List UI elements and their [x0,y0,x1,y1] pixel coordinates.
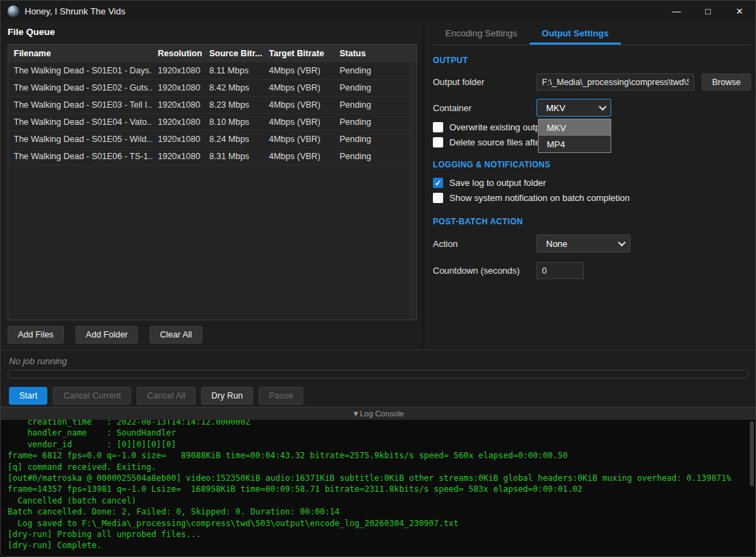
job-status-text: No job running [9,356,67,366]
output-folder-label: Output folder [433,77,536,87]
log-line: Log saved to F:\_Media\_processing\compr… [8,518,755,529]
status-cell: Pending [334,134,410,144]
log-line: vendor_id : [0][0][0][0] [8,439,755,450]
delete-source-label: Delete source files after [449,137,538,147]
file-queue-buttons: Add Files Add Folder Clear All [8,326,202,344]
log-line: Batch cancelled. Done: 2, Failed: 0, Ski… [8,506,755,517]
resolution-cell: 1920x1080 [152,100,204,110]
output-folder-input[interactable] [536,73,694,91]
cancel-current-button[interactable]: Cancel Current [53,387,131,405]
source-bitrate-cell: 8.23 Mbps [204,100,263,110]
log-lines: creation_time : 2022-08-13T14:14:12.0000… [1,420,755,552]
notify-label: Show system notification on batch comple… [449,193,630,203]
action-row: Action None [433,235,751,252]
clear-all-button[interactable]: Clear All [150,326,202,344]
table-row[interactable]: The Walking Dead - S01E04 - Vato...1920x… [8,114,416,131]
filename-cell: The Walking Dead - S01E06 - TS-1... [8,152,152,161]
overwrite-existing-checkbox[interactable] [433,122,443,132]
notify-checkbox[interactable] [433,193,443,203]
log-line: [out#0/matroska @ 0000025504a8eb00] vide… [8,473,755,484]
window-title: Honey, I Shrunk The Vids [25,6,126,16]
resolution-cell: 1920x1080 [152,152,204,161]
file-queue-scrollbar[interactable] [410,62,416,320]
log-line: [q] command received. Exiting. [8,462,755,473]
action-label: Action [433,239,536,249]
control-buttons: Start Cancel Current Cancel All Dry Run … [9,387,303,405]
tab-encoding-settings[interactable]: Encoding Settings [433,23,530,45]
source-bitrate-cell: 8.31 Mbps [204,152,263,161]
save-log-checkbox[interactable]: ✓ [433,178,443,188]
table-row[interactable]: The Walking Dead - S01E01 - Days...1920x… [8,62,416,80]
minimize-button[interactable]: — [661,1,692,21]
action-select-value: None [546,239,613,249]
log-console-header-label: Log Console [359,410,404,418]
countdown-input[interactable] [536,262,584,279]
log-console-scrollbar[interactable] [750,421,754,486]
settings-tabstrip: Encoding Settings Output Settings [433,21,751,45]
column-header[interactable]: Filename [8,49,152,58]
log-console[interactable]: creation_time : 2022-08-13T14:14:12.0000… [1,420,755,557]
status-cell: Pending [334,66,410,75]
log-line: [dry-run] Complete. [8,540,755,551]
container-select[interactable]: MKV [536,99,611,117]
pause-button[interactable]: Pause [259,387,303,405]
progress-bar [8,370,748,379]
notify-row: Show system notification on batch comple… [433,193,751,203]
panel-splitter[interactable] [422,23,425,348]
countdown-row: Countdown (seconds) [433,262,751,279]
column-header[interactable]: Status [334,49,410,58]
app-window: Honey, I Shrunk The Vids — □ ✕ File Queu… [0,0,756,557]
source-bitrate-cell: 8.24 Mbps [204,134,263,144]
status-area: No job running Start Cancel Current Canc… [1,350,755,407]
window-controls: — □ ✕ [661,1,755,21]
chevron-down-icon [599,103,606,110]
filename-cell: The Walking Dead - S01E01 - Days... [8,66,152,75]
file-queue-title: File Queue [8,27,55,37]
table-row[interactable]: The Walking Dead - S01E06 - TS-1...1920x… [8,148,416,165]
source-bitrate-cell: 8.11 Mbps [204,66,263,75]
column-header[interactable]: Resolution [152,49,204,58]
filename-cell: The Walking Dead - S01E04 - Vato... [8,117,152,127]
target-bitrate-cell: 4Mbps (VBR) [263,134,334,144]
title-bar: Honey, I Shrunk The Vids — □ ✕ [1,1,755,21]
save-log-label: Save log to output folder [449,178,546,188]
log-line: handler_name : SoundHandler [8,427,755,438]
logging-section-header: LOGGING & NOTIFICATIONS [433,160,751,169]
table-row[interactable]: The Walking Dead - S01E03 - Tell I...192… [8,97,416,114]
target-bitrate-cell: 4Mbps (VBR) [263,66,334,75]
filename-cell: The Walking Dead - S01E03 - Tell I... [8,100,152,110]
filename-cell: The Walking Dead - S01E02 - Guts... [8,83,152,93]
source-bitrate-cell: 8.42 Mbps [204,83,263,93]
log-line: frame=14357 fps=13981 q=-1.0 Lsize= 1689… [8,484,755,495]
log-console-toggle[interactable]: ▼ Log Console [1,407,755,420]
target-bitrate-cell: 4Mbps (VBR) [263,152,334,161]
add-files-button[interactable]: Add Files [8,326,64,344]
tab-output-settings[interactable]: Output Settings [530,23,622,45]
delete-source-checkbox[interactable] [433,137,443,147]
container-row: Container MKV MKVMP4 [433,99,751,117]
cancel-all-button[interactable]: Cancel All [137,387,196,405]
status-cell: Pending [334,83,410,93]
resolution-cell: 1920x1080 [152,134,204,144]
column-header[interactable]: Target Bitrate [263,49,334,58]
dropdown-option-mp4[interactable]: MP4 [539,136,611,152]
column-header[interactable]: Source Bitr... [204,49,263,58]
status-cell: Pending [334,152,410,161]
close-button[interactable]: ✕ [724,1,755,21]
start-button[interactable]: Start [9,387,47,405]
collapse-icon: ▼ [352,410,359,418]
countdown-label: Countdown (seconds) [433,265,536,276]
filename-cell: The Walking Dead - S01E05 - Wild... [8,134,152,144]
log-line: [dry-run] Probing all unprobed files... [8,529,755,540]
maximize-button[interactable]: □ [692,1,724,21]
resolution-cell: 1920x1080 [152,83,204,93]
add-folder-button[interactable]: Add Folder [75,326,138,344]
table-row[interactable]: The Walking Dead - S01E05 - Wild...1920x… [8,131,416,148]
overwrite-existing-label: Overwrite existing outpu [449,122,538,132]
dropdown-option-mkv[interactable]: MKV [539,119,611,136]
save-log-row: ✓ Save log to output folder [433,178,751,188]
browse-button[interactable]: Browse [702,73,751,91]
dry-run-button[interactable]: Dry Run [201,387,253,405]
action-select[interactable]: None [536,235,630,252]
table-row[interactable]: The Walking Dead - S01E02 - Guts...1920x… [8,80,416,97]
